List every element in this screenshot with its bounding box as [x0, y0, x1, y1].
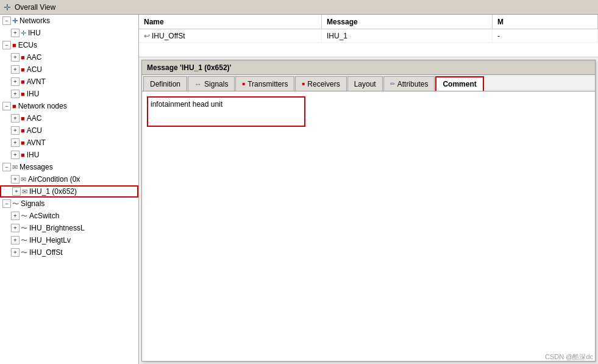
expand-avnt-ecu[interactable]: +	[11, 77, 20, 86]
signal-icon-ac: 〜	[21, 212, 27, 221]
expand-aac-ecu[interactable]: +	[11, 53, 20, 62]
tree-item-acswitch[interactable]: + 〜 AcSwitch	[0, 210, 138, 222]
expand-aircondition[interactable]: +	[11, 175, 20, 184]
comment-textarea[interactable]	[147, 96, 305, 127]
tree-item-acu-ecu[interactable]: + ■ ACU	[0, 63, 138, 76]
node-icon-avnt: ■	[21, 139, 25, 146]
tree-item-signals[interactable]: − 〜 Signals	[0, 198, 138, 210]
table-cell-name: ↩ IHU_OffSt	[139, 29, 322, 42]
tab-transmitters-label: Transmitters	[247, 80, 288, 88]
tab-comment[interactable]: Comment	[435, 76, 483, 91]
title-bar: ✛ Overall View	[0, 0, 598, 15]
tab-attributes-label: Attributes	[397, 80, 429, 88]
signal-row-icon: ↩	[144, 32, 150, 40]
tree-item-messages[interactable]: − ✉ Messages	[0, 161, 138, 173]
tree-item-ihu-net[interactable]: + ✛ IHU	[0, 27, 138, 39]
title-bar-icon: ✛	[4, 2, 11, 12]
tree-item-avnt-node[interactable]: + ■ AVNT	[0, 137, 138, 149]
col-header-name: Name	[139, 15, 322, 29]
tree-item-ihu-brightness[interactable]: + 〜 IHU_BrightnessL	[0, 222, 138, 234]
title-bar-text: Overall View	[15, 3, 55, 12]
tab-receivers[interactable]: ■ Receivers	[295, 76, 346, 91]
node-group-icon: ■	[12, 102, 16, 110]
tab-definition-label: Definition	[150, 80, 180, 88]
tree-item-avnt-ecu[interactable]: + ■ AVNT	[0, 76, 138, 88]
table-header: Name Message M	[139, 15, 598, 29]
tree-item-ihu1[interactable]: + ✉ IHU_1 (0x652)	[0, 185, 138, 198]
tabs-bar: Definition ↔ Signals ■ Transmitters ■ Re…	[142, 75, 595, 91]
message-group-icon: ✉	[12, 163, 18, 171]
expand-acswitch[interactable]: +	[11, 212, 20, 220]
expand-height[interactable]: +	[11, 236, 20, 244]
tree-item-ihu-offst[interactable]: + 〜 IHU_OffSt	[0, 246, 138, 259]
tree-item-ihu-height[interactable]: + 〜 IHU_HeigtLv	[0, 234, 138, 246]
right-panel: Name Message M ↩ IHU_OffSt IHU_1 - Messa…	[139, 15, 598, 364]
expand-avnt-node[interactable]: +	[11, 138, 20, 147]
expand-aac-node[interactable]: +	[11, 114, 20, 123]
dialog-title-text: Message 'IHU_1 (0x652)'	[147, 63, 231, 72]
tree-item-aac-ecu[interactable]: + ■ AAC	[0, 51, 138, 63]
ecu-icon-ihu: ■	[21, 90, 25, 98]
expand-ihu-net[interactable]: +	[11, 29, 20, 37]
watermark: CSDN @酷深dc	[545, 352, 593, 362]
ecu-icon-acu: ■	[21, 66, 25, 73]
message-icon-ihu1: ✉	[22, 188, 27, 196]
expand-ihu1[interactable]: +	[12, 187, 21, 196]
node-icon-acu: ■	[21, 127, 25, 134]
tab-definition[interactable]: Definition	[143, 76, 187, 91]
col-header-m: M	[493, 15, 598, 29]
tree-item-aac-node[interactable]: + ■ AAC	[0, 112, 138, 124]
signal-icon-brightness: 〜	[21, 224, 27, 233]
tree-item-ihu-node[interactable]: + ■ IHU	[0, 149, 138, 161]
expand-ihu-node[interactable]: +	[11, 151, 20, 159]
signal-group-icon: 〜	[12, 199, 19, 209]
tab-signals-label: Signals	[204, 80, 228, 88]
dialog-container: Message 'IHU_1 (0x652)' Definition ↔ Sig…	[141, 60, 596, 362]
tree-item-network-nodes[interactable]: − ■ Network nodes	[0, 100, 138, 112]
expand-signals[interactable]: −	[2, 199, 11, 208]
expand-messages[interactable]: −	[2, 163, 11, 171]
left-panel: − ✛ Networks + ✛ IHU − ■ ECUs + ■ AAC + …	[0, 15, 139, 364]
tree-item-ihu-ecu[interactable]: + ■ IHU	[0, 88, 138, 100]
dialog-title: Message 'IHU_1 (0x652)'	[142, 60, 595, 75]
dialog-content	[142, 91, 595, 361]
network-icon: ✛	[12, 17, 18, 25]
tab-signals[interactable]: ↔ Signals	[188, 76, 235, 91]
tab-transmitters[interactable]: ■ Transmitters	[235, 76, 294, 91]
receivers-icon: ■	[302, 81, 305, 87]
ecu-icon: ■	[21, 54, 25, 61]
signals-tab-icon: ↔	[194, 80, 202, 88]
expand-ihu-ecu[interactable]: +	[11, 90, 20, 98]
tab-receivers-label: Receivers	[307, 80, 340, 88]
expand-ecus[interactable]: −	[2, 41, 11, 49]
node-icon-ihu: ■	[21, 151, 25, 159]
expand-acu-node[interactable]: +	[11, 126, 20, 135]
expand-networks[interactable]: −	[2, 16, 11, 25]
ecu-icon-avnt: ■	[21, 78, 25, 85]
table-row: ↩ IHU_OffSt IHU_1 -	[139, 29, 598, 43]
main-container: − ✛ Networks + ✛ IHU − ■ ECUs + ■ AAC + …	[0, 15, 598, 364]
signal-icon-height: 〜	[21, 236, 27, 245]
expand-offst[interactable]: +	[11, 248, 20, 257]
tab-layout[interactable]: Layout	[347, 76, 383, 91]
tree-item-ecus[interactable]: − ■ ECUs	[0, 39, 138, 51]
tab-layout-label: Layout	[354, 80, 376, 88]
signal-icon-offst: 〜	[21, 248, 27, 257]
tree-item-networks[interactable]: − ✛ Networks	[0, 15, 138, 27]
col-header-message: Message	[322, 15, 493, 29]
tree-item-acu-node[interactable]: + ■ ACU	[0, 124, 138, 137]
expand-acu-ecu[interactable]: +	[11, 65, 20, 74]
tab-attributes[interactable]: ✏ Attributes	[383, 76, 435, 91]
tree-item-aircondition[interactable]: + ✉ AirCondition (0x	[0, 173, 138, 185]
table-cell-message: IHU_1	[322, 29, 493, 42]
expand-brightness[interactable]: +	[11, 224, 20, 232]
top-table: Name Message M ↩ IHU_OffSt IHU_1 -	[139, 15, 598, 57]
expand-network-nodes[interactable]: −	[2, 102, 11, 110]
tab-comment-label: Comment	[443, 80, 476, 88]
table-cell-m: -	[493, 29, 598, 42]
network-child-icon: ✛	[21, 29, 26, 37]
message-icon-air: ✉	[21, 176, 26, 184]
attributes-icon: ✏	[390, 80, 395, 87]
node-icon-aac: ■	[21, 115, 25, 122]
ecu-group-icon: ■	[12, 41, 16, 49]
